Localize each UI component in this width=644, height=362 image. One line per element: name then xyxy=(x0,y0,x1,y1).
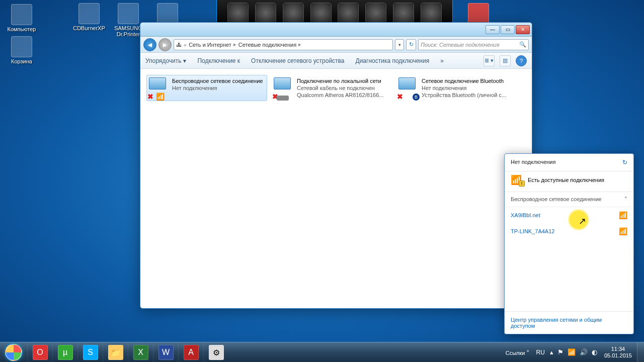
dock-item[interactable] xyxy=(310,3,332,24)
dock-item[interactable] xyxy=(283,3,304,24)
connection-adapter: Qualcomm Atheros AR8162/8166... xyxy=(297,92,389,99)
address-dropdown[interactable]: ▾ xyxy=(395,39,404,50)
address-bar: ◄ ► 🖧 « Сеть и Интернет ▸ Сетевые подклю… xyxy=(140,37,532,53)
search-placeholder: Поиск: Сетевые подключения xyxy=(421,42,500,48)
start-button[interactable] xyxy=(0,342,27,363)
desktop-icon-recycle[interactable]: Корзина xyxy=(4,36,39,64)
toolbar: Упорядочить ▾ Подключение к Отключение с… xyxy=(140,53,532,69)
dock-item[interactable] xyxy=(338,3,359,24)
app-icon xyxy=(118,3,139,24)
taskbar: O µ S 📁 X W A ⚙ Ссылки » RU ▴ ⚑ 📶 🔊 ◐ 11… xyxy=(0,342,644,362)
taskbar-pin-skype[interactable]: S xyxy=(77,342,103,362)
cable-icon xyxy=(277,96,289,101)
connection-status: Нет подключения xyxy=(172,84,265,92)
maximize-button[interactable]: ▭ xyxy=(501,25,515,34)
tray-volume-icon[interactable]: 🔊 xyxy=(578,348,590,356)
connection-title: Подключение по локальной сети xyxy=(297,77,389,84)
icon-label: Корзина xyxy=(4,58,39,64)
chevron-icon: « xyxy=(184,42,187,48)
wifi-section-header[interactable]: Беспроводное сетевое соединение ˄ xyxy=(505,192,633,207)
connection-status: Нет подключения xyxy=(422,84,514,92)
icon-label: CDBurnerXP xyxy=(71,25,107,31)
preview-pane-button[interactable]: ▥ xyxy=(500,55,511,66)
desktop-icon-cdburner[interactable]: CDBurnerXP xyxy=(71,3,107,37)
wifi-availability-icon: 📶 ! xyxy=(511,174,524,186)
tray-network-icon[interactable]: 📶 xyxy=(566,348,578,356)
minimize-button[interactable]: — xyxy=(486,25,500,34)
toolbar-overflow[interactable]: » xyxy=(440,57,444,64)
dock-item[interactable] xyxy=(421,3,442,24)
tray-extra-icon[interactable]: ◐ xyxy=(590,348,599,356)
app-icon xyxy=(78,3,100,24)
dock-item[interactable] xyxy=(227,3,249,24)
wifi-network-item[interactable]: XA9IBbI.net 📶 xyxy=(505,207,633,223)
disable-device-button[interactable]: Отключение сетевого устройства xyxy=(251,57,344,64)
windows-orb-icon xyxy=(5,344,22,361)
connect-to-button[interactable]: Подключение к xyxy=(197,57,240,64)
connection-icon: ✖ B xyxy=(398,77,419,100)
connection-icon: ✖ 📶 xyxy=(149,77,169,100)
titlebar[interactable]: — ▭ ✕ xyxy=(140,23,532,37)
dock-item[interactable] xyxy=(365,3,386,24)
language-indicator[interactable]: RU xyxy=(533,349,548,356)
taskbar-pin-explorer[interactable]: 📁 xyxy=(103,342,128,362)
connection-adapter: Устройства Bluetooth (личной с... xyxy=(422,92,514,99)
computer-icon xyxy=(11,4,32,25)
icon-label: Компьютер xyxy=(4,26,39,32)
diagnose-button[interactable]: Диагностика подключения xyxy=(356,57,430,64)
help-button[interactable]: ? xyxy=(516,55,527,66)
recycle-bin-icon xyxy=(11,36,32,57)
wifi-refresh-button[interactable]: ↻ xyxy=(622,159,627,166)
connection-item-bluetooth[interactable]: ✖ B Сетевое подключение Bluetooth Нет по… xyxy=(396,75,517,101)
breadcrumb-seg[interactable]: Сеть и Интернет xyxy=(189,42,231,48)
taskbar-clock[interactable]: 11:34 05.01.2015 xyxy=(599,346,637,359)
taskbar-pin-settings[interactable]: ⚙ xyxy=(203,342,228,362)
nav-back-button[interactable]: ◄ xyxy=(143,38,156,51)
connection-title: Сетевое подключение Bluetooth xyxy=(422,77,514,84)
links-toolbar[interactable]: Ссылки » xyxy=(502,348,533,356)
network-sharing-center-link[interactable]: Центр управления сетями и общим доступом xyxy=(505,311,633,334)
view-options-button[interactable]: ≣ ▾ xyxy=(484,55,495,66)
dock-item[interactable] xyxy=(255,3,276,24)
wifi-network-item[interactable]: TP-LINK_7A4A12 📶 xyxy=(505,223,633,239)
desktop-icons: Компьютер Корзина xyxy=(0,0,43,68)
tray-action-center-icon[interactable]: ⚑ xyxy=(555,348,566,356)
warning-icon: ! xyxy=(519,180,525,187)
connections-list: ✖ 📶 Беспроводное сетевое соединение Нет … xyxy=(140,69,532,308)
taskbar-pin-adobe[interactable]: A xyxy=(178,342,203,362)
signal-strength-icon: 📶 xyxy=(619,227,627,235)
refresh-button[interactable]: ↻ xyxy=(406,39,416,50)
connection-icon: ✖ xyxy=(274,77,294,100)
breadcrumb-seg[interactable]: Сетевые подключения xyxy=(238,42,296,48)
clock-date: 05.01.2015 xyxy=(604,352,632,359)
chevron-icon: ▸ xyxy=(298,41,301,48)
app-icon xyxy=(157,3,178,24)
system-tray: Ссылки » RU ▴ ⚑ 📶 🔊 ◐ 11:34 05.01.2015 xyxy=(502,342,644,362)
chevron-down-icon: ▾ xyxy=(183,57,186,64)
connection-item-wireless[interactable]: ✖ 📶 Беспроводное сетевое соединение Нет … xyxy=(146,75,267,101)
nav-forward-button[interactable]: ► xyxy=(158,38,172,51)
breadcrumb[interactable]: 🖧 « Сеть и Интернет ▸ Сетевые подключени… xyxy=(174,39,393,50)
connection-status: Сетевой кабель не подключен xyxy=(297,84,389,92)
error-icon: ✖ xyxy=(397,93,403,101)
wifi-network-name: XA9IBbI.net xyxy=(511,212,540,218)
taskbar-pin-word[interactable]: W xyxy=(153,342,178,362)
chevron-icon: ▸ xyxy=(233,41,236,48)
clock-time: 11:34 xyxy=(604,346,632,352)
desktop-icon-computer[interactable]: Компьютер xyxy=(4,4,39,32)
connection-item-lan[interactable]: ✖ Подключение по локальной сети Сетевой … xyxy=(271,75,392,101)
search-input[interactable]: Поиск: Сетевые подключения 🔍 xyxy=(418,39,529,50)
tray-overflow-button[interactable]: ▴ xyxy=(548,348,555,356)
organize-button[interactable]: Упорядочить ▾ xyxy=(145,57,186,64)
wifi-network-name: TP-LINK_7A4A12 xyxy=(511,228,554,234)
taskbar-pin-utorrent[interactable]: µ xyxy=(52,342,77,362)
show-desktop-button[interactable] xyxy=(637,342,644,363)
wifi-flyout: Нет подключения ↻ 📶 ! Есть доступные под… xyxy=(504,153,634,334)
bluetooth-icon: B xyxy=(413,94,420,101)
close-button[interactable]: ✕ xyxy=(516,25,530,34)
dock-item[interactable] xyxy=(393,3,414,24)
taskbar-pin-opera[interactable]: O xyxy=(27,342,52,362)
nav-icon: 🖧 xyxy=(176,42,182,48)
error-icon: ✖ xyxy=(147,93,153,101)
taskbar-pin-excel[interactable]: X xyxy=(128,342,153,362)
